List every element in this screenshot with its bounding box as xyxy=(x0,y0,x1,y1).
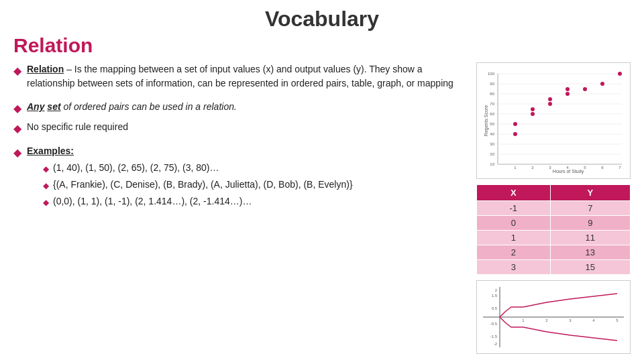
examples-strong: Examples: xyxy=(27,145,74,156)
svg-text:40: 40 xyxy=(490,132,494,136)
svg-text:60: 60 xyxy=(490,112,494,116)
table-row: 09 xyxy=(477,216,631,231)
sub-bullets: ◆ (1, 40), (1, 50), (2, 65), (2, 75), (3… xyxy=(43,161,353,208)
svg-text:50: 50 xyxy=(490,122,494,126)
examples-label: Examples: ◆ (1, 40), (1, 50), (2, 65), (… xyxy=(27,144,353,211)
svg-text:10: 10 xyxy=(490,162,494,166)
curve-chart: 2 1.5 0.5 -0.5 -1.5 -2 1 2 3 4 5 xyxy=(476,280,631,354)
definition-text: Relation – Is the mapping between a set … xyxy=(27,62,463,90)
table-row: 315 xyxy=(477,260,631,275)
cell-x: 1 xyxy=(477,231,551,245)
scatter-point xyxy=(566,87,570,91)
svg-text:2: 2 xyxy=(495,288,498,292)
curve-svg: 2 1.5 0.5 -0.5 -1.5 -2 1 2 3 4 5 xyxy=(480,284,627,351)
norule-text: No specific rule required xyxy=(27,120,128,134)
svg-text:80: 80 xyxy=(490,92,494,96)
xy-table: X Y -1709111213315 xyxy=(476,184,631,275)
cell-x: -1 xyxy=(477,201,551,216)
svg-text:2: 2 xyxy=(531,166,534,170)
cell-x: 3 xyxy=(477,260,551,275)
svg-text:0.5: 0.5 xyxy=(492,306,498,310)
definition-body: – Is the mapping between a set of input … xyxy=(27,64,453,88)
sub-diamond-3: ◆ xyxy=(43,196,49,208)
section-heading: Relation xyxy=(13,34,631,57)
svg-text:70: 70 xyxy=(490,102,494,106)
table-row: 111 xyxy=(477,231,631,245)
anyset-italic: Any set of ordered pairs can be used in … xyxy=(27,101,237,112)
x-axis-label: Hours of Study xyxy=(553,169,584,174)
page: Vocabulary Relation ◆ Relation – Is the … xyxy=(0,0,644,362)
cell-y: 7 xyxy=(550,201,630,216)
anyset-text: Any set of ordered pairs can be used in … xyxy=(27,100,237,114)
svg-text:-1.5: -1.5 xyxy=(490,335,498,339)
col-header-y: Y xyxy=(550,185,630,201)
diamond-icon-4: ◆ xyxy=(13,146,21,159)
cell-y: 13 xyxy=(550,245,630,260)
diamond-icon-3: ◆ xyxy=(13,122,21,135)
sub-text-2: {(A, Frankie), (C, Denise), (B, Brady), … xyxy=(53,178,353,192)
svg-text:20: 20 xyxy=(490,152,494,156)
svg-text:30: 30 xyxy=(490,142,494,146)
svg-text:5: 5 xyxy=(584,166,586,170)
sub-diamond-1: ◆ xyxy=(43,163,49,175)
svg-text:5: 5 xyxy=(616,318,619,322)
svg-text:7: 7 xyxy=(619,166,621,170)
bullet-definition: ◆ Relation – Is the mapping between a se… xyxy=(13,62,463,90)
sub-diamond-2: ◆ xyxy=(43,180,49,192)
diamond-icon-2: ◆ xyxy=(13,102,21,115)
svg-text:1: 1 xyxy=(522,318,525,322)
curve-positive xyxy=(500,294,617,317)
sub-bullet-2: ◆ {(A, Frankie), (C, Denise), (B, Brady)… xyxy=(43,178,353,192)
relation-label: Relation xyxy=(27,64,64,74)
scatter-point xyxy=(600,82,604,86)
cell-x: 2 xyxy=(477,245,551,260)
cell-x: 0 xyxy=(477,216,551,231)
cell-y: 9 xyxy=(550,216,630,231)
cell-y: 11 xyxy=(550,231,630,245)
svg-text:1: 1 xyxy=(514,166,517,170)
bullet-examples: ◆ Examples: ◆ (1, 40), (1, 50), (2, 65),… xyxy=(13,144,463,211)
scatter-svg: Regents Score Hours of Study 10 20 30 xyxy=(481,67,629,174)
scatter-point xyxy=(513,122,517,126)
scatter-chart: Regents Score Hours of Study 10 20 30 xyxy=(476,62,631,179)
content-area: ◆ Relation – Is the mapping between a se… xyxy=(13,62,631,354)
svg-text:-2: -2 xyxy=(494,342,498,346)
sub-bullet-1: ◆ (1, 40), (1, 50), (2, 65), (2, 75), (3… xyxy=(43,161,353,175)
scatter-point xyxy=(583,87,587,91)
svg-text:100: 100 xyxy=(488,72,495,76)
any-strong: Any xyxy=(27,101,44,112)
sub-bullet-3: ◆ (0,0), (1, 1), (1, -1), (2, 1.414…), (… xyxy=(43,194,353,208)
left-column: ◆ Relation – Is the mapping between a se… xyxy=(13,62,470,354)
table-row: 213 xyxy=(477,245,631,260)
curve-negative xyxy=(500,317,617,341)
scatter-point xyxy=(618,72,622,76)
y-axis-label: Regents Score xyxy=(484,105,489,136)
scatter-point xyxy=(548,97,552,101)
scatter-point xyxy=(548,102,552,106)
svg-text:90: 90 xyxy=(490,82,494,86)
set-strong: set xyxy=(47,101,60,112)
scatter-point xyxy=(531,107,535,111)
table-row: -17 xyxy=(477,201,631,216)
col-header-x: X xyxy=(477,185,551,201)
page-title: Vocabulary xyxy=(13,7,631,32)
cell-y: 15 xyxy=(550,260,630,275)
right-column: Regents Score Hours of Study 10 20 30 xyxy=(476,62,631,354)
scatter-point xyxy=(513,132,517,136)
scatter-point xyxy=(531,112,535,116)
scatter-point xyxy=(566,92,570,96)
svg-text:6: 6 xyxy=(601,166,604,170)
svg-text:-0.5: -0.5 xyxy=(490,322,498,326)
bullet-anyset: ◆ Any set of ordered pairs can be used i… xyxy=(13,100,463,115)
sub-text-3: (0,0), (1, 1), (1, -1), (2, 1.414…), (2,… xyxy=(53,194,252,208)
svg-text:1.5: 1.5 xyxy=(492,294,498,298)
svg-text:3: 3 xyxy=(569,318,572,322)
svg-text:2: 2 xyxy=(545,318,548,322)
svg-text:3: 3 xyxy=(549,166,551,170)
sub-text-1: (1, 40), (1, 50), (2, 65), (2, 75), (3, … xyxy=(53,161,219,175)
diamond-icon: ◆ xyxy=(13,64,21,77)
bullet-norule: ◆ No specific rule required xyxy=(13,120,463,135)
svg-text:4: 4 xyxy=(592,318,595,322)
